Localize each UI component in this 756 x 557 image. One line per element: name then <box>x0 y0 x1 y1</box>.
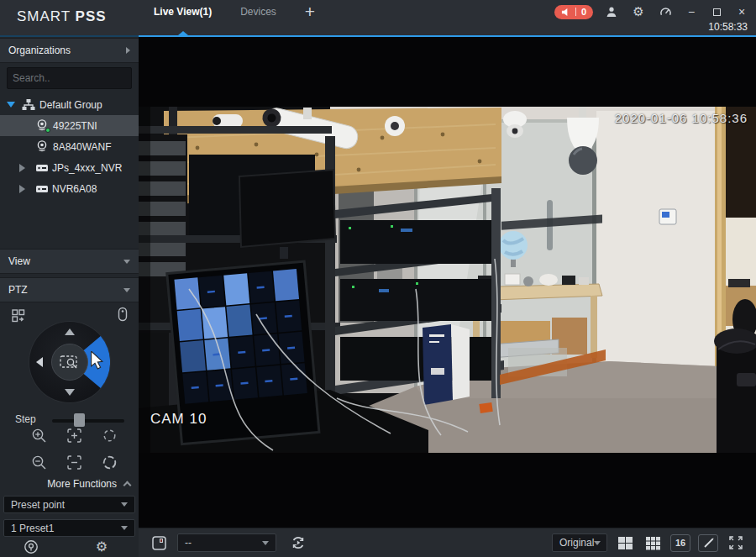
search-input[interactable] <box>13 72 143 84</box>
preset-value-dropdown[interactable]: 1 Preset1 <box>3 519 135 537</box>
clock: 10:58:33 <box>708 21 748 33</box>
toolbar-right-group: Original 16 <box>552 533 746 553</box>
organizations-label: Organizations <box>8 45 71 56</box>
fullscreen-button[interactable] <box>726 533 746 553</box>
tree-item-label: Default Group <box>39 99 102 111</box>
tree-item-jps-4xxx-nvr[interactable]: JPs_4xxx_NVR <box>0 157 139 178</box>
zoom-out-button[interactable] <box>30 454 47 470</box>
ptz-joystick[interactable] <box>29 322 110 402</box>
tab-bar: Live View(1) Devices + <box>154 0 315 24</box>
minimize-button[interactable]: − <box>684 4 699 19</box>
mouse-cursor <box>90 351 104 370</box>
grid-16-layout-button[interactable]: 16 <box>670 534 690 552</box>
video-camera-label-overlay: CAM 10 <box>150 411 207 428</box>
zoom-in-button[interactable] <box>30 427 47 444</box>
chevron-down-icon <box>121 502 128 507</box>
speaker-icon <box>561 8 570 17</box>
expand-arrow-icon[interactable] <box>7 102 15 108</box>
chevron-down-icon <box>594 541 601 545</box>
ptz-label: PTZ <box>8 284 28 296</box>
preset-type-dropdown[interactable]: Preset point <box>3 496 135 513</box>
tab-devices[interactable]: Devices <box>240 6 276 18</box>
focus-far-button[interactable] <box>66 454 82 470</box>
preset-value: 1 Preset1 <box>11 523 54 534</box>
camera-icon <box>35 139 49 153</box>
expand-arrow-icon[interactable] <box>19 185 25 193</box>
step-slider-track[interactable] <box>52 419 124 423</box>
more-functions-link[interactable]: More Functions <box>0 478 117 490</box>
area-zoom-icon <box>59 354 81 370</box>
maximize-button[interactable] <box>709 4 724 19</box>
titlebar: SMART PSS Live View(1) Devices + 0 ⚙ − ×… <box>0 0 756 35</box>
preset-goto-button[interactable] <box>22 538 40 556</box>
ptz-up-arrow[interactable] <box>65 328 75 335</box>
ptz-left-arrow[interactable] <box>36 357 43 367</box>
step-slider-handle[interactable] <box>74 413 85 427</box>
tree-item-label: 49225TNI <box>53 120 97 132</box>
tree-item-label: NVR6A08 <box>52 183 97 195</box>
group-icon <box>22 98 35 112</box>
grid-9-layout-button[interactable] <box>643 533 663 553</box>
ptz-down-arrow[interactable] <box>65 389 75 396</box>
video-timestamp-overlay: 2020-01-06 10:58:36 <box>575 111 748 125</box>
gauge-icon[interactable] <box>657 3 674 20</box>
custom-layout-button[interactable] <box>698 534 718 552</box>
liveview-toolbar: -- Original 16 <box>139 528 756 557</box>
stream-type-value: -- <box>185 537 192 549</box>
tab-live-view[interactable]: Live View(1) <box>154 6 212 18</box>
tree-item-nvr6a08[interactable]: NVR6A08 <box>0 178 139 199</box>
sidebar: Organizations Default Group 49225TNI <box>0 37 139 557</box>
grid-4-layout-button[interactable] <box>615 533 635 553</box>
tree-item-label: JPs_4xxx_NVR <box>52 162 122 174</box>
device-search <box>7 67 132 89</box>
tree-item-default-group[interactable]: Default Group <box>0 94 139 115</box>
tree-item-label: 8A840WANF <box>53 141 112 153</box>
view-section-header[interactable]: View <box>0 249 139 274</box>
focus-near-button[interactable] <box>66 427 82 444</box>
alarm-count: 0 <box>581 7 586 17</box>
nvr-icon <box>35 182 49 196</box>
expand-arrow-icon[interactable] <box>19 164 25 172</box>
alarm-badge[interactable]: 0 <box>554 5 593 19</box>
ptz-panel: Step More Functions <box>0 302 139 491</box>
close-button[interactable]: × <box>734 4 749 19</box>
save-view-button[interactable] <box>149 533 169 553</box>
chevron-down-icon <box>123 288 130 292</box>
add-tab-button[interactable]: + <box>305 3 315 20</box>
camera-icon <box>35 118 49 132</box>
user-icon[interactable] <box>603 3 620 20</box>
iris-minus-button[interactable] <box>101 427 118 444</box>
app-logo: SMART PSS <box>17 8 107 25</box>
chevron-right-icon <box>126 47 130 54</box>
view-label: View <box>8 255 30 267</box>
ptz-3d-position-button[interactable] <box>51 344 88 381</box>
scale-dropdown[interactable]: Original <box>552 533 607 552</box>
chevron-down-icon <box>123 260 130 264</box>
gear-icon[interactable]: ⚙ <box>630 3 647 20</box>
smartpss-window: SMART PSS Live View(1) Devices + 0 ⚙ − ×… <box>0 0 756 557</box>
scale-value: Original <box>559 537 594 549</box>
active-tab-notch <box>178 31 188 35</box>
aux-screen-icon[interactable] <box>10 307 27 324</box>
stream-type-dropdown[interactable]: -- <box>177 533 276 552</box>
iris-plus-button[interactable] <box>101 454 118 470</box>
preset-settings-gear-icon[interactable]: ⚙ <box>92 537 111 555</box>
tour-button[interactable] <box>288 533 308 553</box>
ptz-section-header[interactable]: PTZ <box>0 277 139 302</box>
tree-item-49225tni[interactable]: 49225TNI <box>0 115 139 136</box>
nvr-icon <box>35 161 49 175</box>
titlebar-controls: 0 ⚙ − × <box>554 3 749 20</box>
mouse-control-icon[interactable] <box>114 306 131 323</box>
tree-item-8a840wanf[interactable]: 8A840WANF <box>0 136 139 157</box>
step-label: Step <box>15 413 36 425</box>
device-tree: Default Group 49225TNI 8A840WANF JPs_4xx… <box>0 94 139 199</box>
video-pane-cam10[interactable]: 2020-01-06 10:58:36 CAM 10 <box>139 37 756 528</box>
organizations-header[interactable]: Organizations <box>0 38 139 63</box>
online-status-dot <box>45 128 50 133</box>
chevron-up-icon <box>123 481 132 490</box>
chevron-down-icon <box>121 526 128 530</box>
preset-type-value: Preset point <box>11 499 65 511</box>
chevron-down-icon <box>262 541 269 545</box>
